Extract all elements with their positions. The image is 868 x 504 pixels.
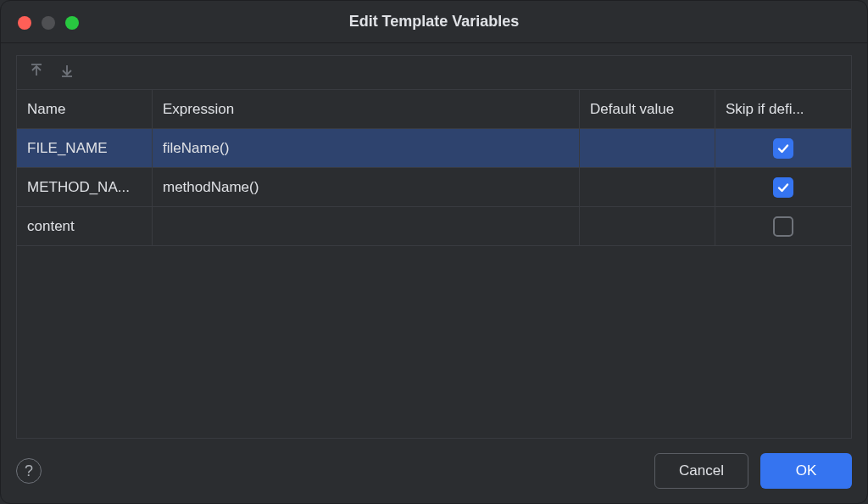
column-header-default-value[interactable]: Default value [580,90,715,129]
cell-default-value[interactable] [580,168,715,207]
cell-name[interactable]: METHOD_NA... [17,168,153,207]
dialog-footer: ? Cancel OK [1,439,867,503]
variables-table: Name Expression Default value Skip if de… [17,90,851,438]
dialog-content: Name Expression Default value Skip if de… [1,43,867,439]
zoom-window-button[interactable] [65,16,79,30]
cell-expression[interactable]: methodName() [153,168,580,207]
table-row[interactable]: FILE_NAMEfileName() [17,129,851,168]
check-icon [776,142,790,155]
cell-expression[interactable] [153,207,580,246]
cell-skip[interactable] [715,168,851,207]
column-header-expression[interactable]: Expression [153,90,580,129]
dialog-title: Edit Template Variables [1,13,867,31]
cell-default-value[interactable] [580,207,715,246]
table-row[interactable]: METHOD_NA...methodName() [17,168,851,207]
cell-skip[interactable] [715,129,851,168]
cell-expression[interactable]: fileName() [153,129,580,168]
minimize-window-button[interactable] [42,16,55,30]
window-controls [18,16,79,30]
move-down-icon[interactable] [59,63,75,82]
ok-button[interactable]: OK [760,453,852,489]
help-button[interactable]: ? [16,458,42,484]
check-icon [776,181,790,194]
cell-name[interactable]: FILE_NAME [17,129,153,168]
skip-checkbox[interactable] [773,216,793,237]
column-header-name[interactable]: Name [17,90,153,129]
skip-checkbox[interactable] [773,177,793,198]
move-up-icon[interactable] [29,63,44,82]
skip-checkbox[interactable] [773,138,793,159]
dialog-window: Edit Template Variables Name E [0,0,868,504]
table-row[interactable]: content [17,207,851,246]
help-icon: ? [25,462,33,480]
cell-default-value[interactable] [580,129,715,168]
table-container: Name Expression Default value Skip if de… [16,55,852,439]
table-empty-area [17,246,851,438]
titlebar: Edit Template Variables [1,1,867,43]
table-header-row: Name Expression Default value Skip if de… [17,90,851,129]
cancel-button[interactable]: Cancel [654,453,748,489]
cell-skip[interactable] [715,207,851,246]
column-header-skip[interactable]: Skip if defi... [715,90,851,129]
close-window-button[interactable] [18,16,31,30]
cell-name[interactable]: content [17,207,153,246]
table-toolbar [17,56,851,90]
